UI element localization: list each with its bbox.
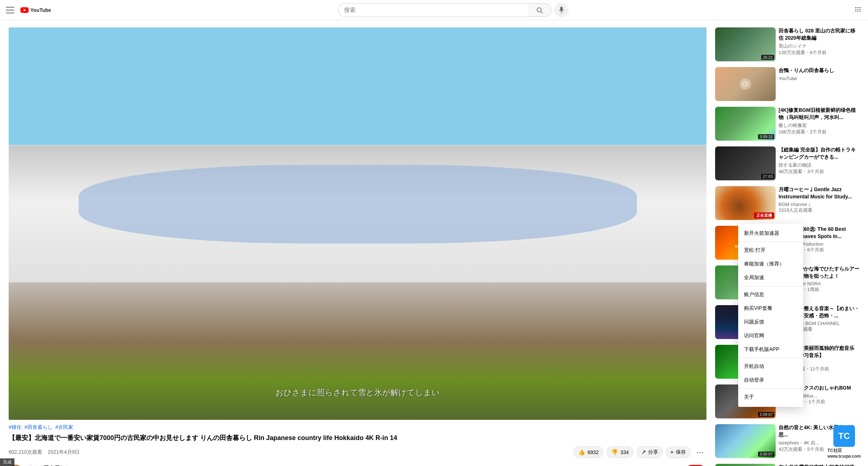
dislike-count: 334	[620, 449, 629, 455]
thumbnail-3: 27:03	[715, 146, 776, 180]
svg-line-2	[541, 11, 543, 13]
sidebar-info-4: 月曜コーヒー♩Gentle Jazz Instrumental Music fo…	[779, 186, 859, 220]
duration-9: 2:09:07	[758, 412, 774, 417]
sidebar-channel-1: YouTube	[779, 76, 859, 81]
search-input[interactable]	[338, 3, 528, 17]
header-right	[854, 6, 862, 14]
upload-date: 2021年4月9日	[48, 449, 80, 456]
sidebar-title-0: 田舎暮らし 028 里山の古民家に移住 2020年総集編	[779, 27, 859, 41]
tag-1[interactable]: #移住	[9, 424, 22, 431]
dropdown-divider	[738, 242, 803, 242]
more-button[interactable]: ⋯	[693, 446, 706, 459]
list-item[interactable]: 正在直播 月曜コーヒー♩Gentle Jazz Instrumental Mus…	[715, 186, 859, 220]
dropdown-item-website[interactable]: 访问官网	[738, 329, 803, 343]
save-label: 保存	[676, 449, 686, 456]
channel-row: りんの田舎暮らし 9.36万订阅者 订阅	[9, 465, 706, 466]
search-button[interactable]	[528, 3, 551, 17]
video-meta: 602,210次观看 2021年4月9日 👍 6932 👎 334 ↗ 分享	[9, 446, 706, 459]
video-subtitle: おひさまに照らされて雪と氷が解けてしまい	[276, 387, 440, 398]
dropdown-item-account[interactable]: 账户信息	[738, 288, 803, 302]
thumbnail-4: 正在直播	[715, 186, 776, 220]
dropdown-item-autostart[interactable]: 开机自动	[738, 360, 803, 373]
video-tags: #移住 #田舎暮らし #古民家	[9, 424, 706, 431]
dropdown-menu: 新开火箭加速器 宽松:打开 睿能加速（推荐） 全局加速 账户信息 购买VIP套餐…	[738, 224, 803, 407]
dropdown-divider-2	[738, 286, 803, 286]
sidebar-info-0: 田舎暮らし 028 里山の古民家に移住 2020年総集編 里山のシイナ 139万…	[779, 27, 859, 61]
watermark: TC TC社区 www.tcsqw.com	[828, 425, 861, 459]
watermark-label: TC社区 www.tcsqw.com	[828, 448, 861, 459]
tag-2[interactable]: #田舎暮らし	[25, 424, 53, 431]
tag-3[interactable]: #古民家	[56, 424, 74, 431]
view-count: 602,210次观看	[9, 449, 42, 456]
dropdown-item-recommended[interactable]: 睿能加速（推荐）	[738, 257, 803, 271]
sidebar-channel-3: 投する家の物語	[779, 162, 859, 168]
duration-0: 26:21	[761, 55, 774, 60]
live-badge-4: 正在直播	[754, 212, 774, 219]
sidebar-info-11: 在山谷中露营的安静山间森林河流... モリネチャンネル	[779, 464, 859, 466]
duration-2: 3:09:32	[758, 134, 774, 139]
sidebar-title-3: 【総集編 完全版】自作の軽トラキャンピングカーができる...	[779, 146, 859, 161]
dropdown-item-autologin[interactable]: 自动登录	[738, 373, 803, 387]
main-layout: おひさまに照らされて雪と氷が解けてしまい #移住 #田舎暮らし #古民家 【最安…	[0, 20, 868, 466]
youtube-logo[interactable]: YouTube	[20, 6, 53, 14]
list-item[interactable]: 在山谷中露营的安静山间森林河流... モリネチャンネル	[715, 464, 859, 466]
save-button[interactable]: + 保存	[666, 447, 691, 458]
duration-10: 3:00:07	[758, 452, 774, 457]
hamburger-icon[interactable]	[6, 7, 14, 13]
sidebar-info-2: [4K]修复BGM旧植被新鲜的绿色植物（鸟叫蛙叫川声，河水叫... 癒しの映像室…	[779, 107, 859, 141]
sidebar-title-11: 在山谷中露营的安静山间森林河流...	[779, 464, 859, 466]
mic-button[interactable]	[554, 3, 569, 17]
like-count: 6932	[587, 449, 599, 455]
sidebar-channel-0: 里山のシイナ	[779, 43, 859, 49]
apps-icon[interactable]	[854, 6, 862, 14]
duration-3: 27:03	[761, 174, 774, 179]
list-item[interactable]: 27:03 【総集編 完全版】自作の軽トラキャンピングカーができる... 投する…	[715, 146, 859, 180]
dislike-button[interactable]: 👎 334	[606, 446, 633, 458]
dropdown-item-accelerator[interactable]: 新开火箭加速器	[738, 227, 803, 240]
sidebar-title-1: 合鴨・りんの田舎暮らし	[779, 67, 859, 74]
thumbnail-0: 26:21	[715, 27, 776, 61]
video-river	[79, 165, 637, 243]
svg-text:YouTube: YouTube	[30, 7, 51, 13]
dropdown-item-vip[interactable]: 购买VIP套餐	[738, 302, 803, 315]
dropdown-item-feedback[interactable]: 问题反馈	[738, 315, 803, 329]
share-button[interactable]: ↗ 分享	[636, 446, 663, 458]
thumbnail-11	[715, 464, 776, 466]
share-icon: ↗	[641, 449, 646, 456]
share-label: 分享	[648, 449, 658, 456]
sidebar-channel-4: BGM channel ♪	[779, 202, 859, 207]
search-bar	[338, 3, 551, 17]
dropdown-item-loose[interactable]: 宽松:打开	[738, 243, 803, 257]
thumbnail-10: 3:00:07	[715, 424, 776, 458]
thumbs-up-icon: 👍	[578, 449, 585, 456]
dropdown-item-about[interactable]: 关于	[738, 390, 803, 404]
header-left: YouTube	[6, 6, 53, 14]
sidebar-channel-2: 癒しの映像室	[779, 122, 859, 129]
watermark-robot-icon: TC	[833, 425, 855, 447]
header: YouTube	[0, 0, 868, 20]
list-item[interactable]: 合鴨・りんの田舎暮らし YouTube	[715, 67, 859, 101]
video-player[interactable]: おひさまに照らされて雪と氷が解けてしまい	[9, 27, 706, 420]
sidebar-meta-3: 46万次观看・3个月前	[779, 168, 859, 175]
thumbnail-1	[715, 67, 776, 101]
video-title: 【最安】北海道で一番安い家賃7000円の古民家の中お見せします りんの田舎暮らし…	[9, 434, 706, 443]
dropdown-item-global[interactable]: 全局加速	[738, 271, 803, 285]
subscribe-button[interactable]: 订阅	[685, 465, 706, 466]
sidebar-meta-4: 2319人正在观看	[779, 207, 859, 214]
content-area: おひさまに照らされて雪と氷が解けてしまい #移住 #田舎暮らし #古民家 【最安…	[0, 20, 868, 466]
dropdown-divider-3	[738, 358, 803, 358]
video-scene	[9, 27, 706, 420]
video-actions: 👍 6932 👎 334 ↗ 分享 + 保存 ⋯	[573, 446, 706, 459]
list-item[interactable]: 26:21 田舎暮らし 028 里山の古民家に移住 2020年総集編 里山のシイ…	[715, 27, 859, 61]
sidebar-title-2: [4K]修复BGM旧植被新鲜的绿色植物（鸟叫蛙叫川声，河水叫...	[779, 107, 859, 121]
sidebar-meta-2: 188万次观看・2个月前	[779, 129, 859, 135]
dropdown-item-mobile[interactable]: 下载手机版APP	[738, 343, 803, 356]
dropdown-divider-4	[738, 388, 803, 389]
sidebar-title-4: 月曜コーヒー♩Gentle Jazz Instrumental Music fo…	[779, 186, 859, 200]
like-button[interactable]: 👍 6932	[573, 446, 603, 458]
sidebar-info-3: 【総集編 完全版】自作の軽トラキャンピングカーができる... 投する家の物語 4…	[779, 146, 859, 180]
list-item[interactable]: 3:09:32 [4K]修复BGM旧植被新鲜的绿色植物（鸟叫蛙叫川声，河水叫..…	[715, 107, 859, 141]
thumbs-down-icon: 👎	[611, 449, 618, 456]
save-icon: +	[670, 449, 674, 456]
sidebar-info-1: 合鴨・りんの田舎暮らし YouTube	[779, 67, 859, 101]
